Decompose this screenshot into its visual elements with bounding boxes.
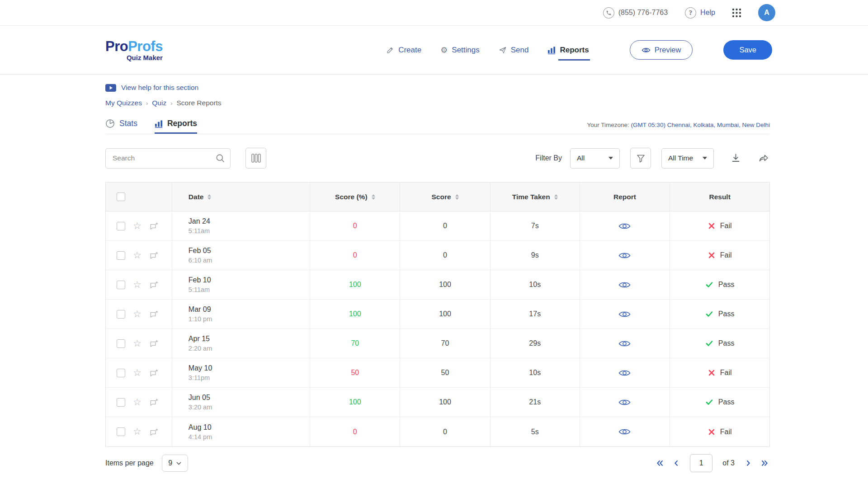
section-help-link[interactable]: View help for this section: [105, 84, 770, 92]
page-number-input[interactable]: [690, 454, 712, 472]
sort-icon[interactable]: [372, 194, 375, 200]
search-box: [105, 148, 231, 169]
preview-button[interactable]: Preview: [630, 40, 693, 60]
view-report-eye-icon[interactable]: [618, 281, 631, 289]
score-cell: 0: [400, 417, 491, 446]
date-value: Jun 05: [189, 394, 210, 402]
filter-select-value: All: [577, 154, 585, 162]
view-report-eye-icon[interactable]: [618, 339, 631, 348]
time-taken-cell: 9s: [491, 241, 580, 270]
score-pct-value: 0: [353, 251, 357, 259]
add-comment-icon[interactable]: [149, 310, 159, 318]
star-icon[interactable]: ☆: [133, 398, 142, 407]
save-button[interactable]: Save: [723, 40, 772, 60]
star-icon[interactable]: ☆: [133, 339, 142, 348]
nav-create[interactable]: Create: [386, 46, 421, 55]
star-icon[interactable]: ☆: [133, 427, 142, 436]
score-pct-value: 70: [351, 339, 359, 347]
paper-plane-icon: [499, 46, 507, 54]
column-header-report: Report: [580, 183, 670, 211]
star-icon[interactable]: ☆: [133, 251, 142, 260]
search-input[interactable]: [105, 148, 231, 169]
timezone: Your Timezone: (GMT 05:30) Chennai, Kolk…: [587, 122, 770, 134]
items-per-page-select[interactable]: 9: [162, 455, 188, 472]
star-icon[interactable]: ☆: [133, 280, 142, 290]
download-button[interactable]: [730, 153, 741, 164]
nav-send[interactable]: Send: [499, 46, 529, 55]
proprofs-logo[interactable]: ProProfs Quiz Maker: [105, 39, 163, 61]
tab-reports[interactable]: Reports: [155, 119, 197, 134]
breadcrumb-separator: ›: [146, 100, 148, 107]
column-settings-button[interactable]: [245, 148, 266, 169]
filter-button[interactable]: [630, 148, 651, 169]
column-header-time-taken[interactable]: Time Taken: [491, 183, 580, 211]
prev-page-button[interactable]: [672, 459, 680, 468]
tabs: Stats Reports: [105, 119, 197, 134]
add-comment-icon[interactable]: [149, 428, 159, 436]
table-row: ☆May 103:11pm505010sFail: [106, 358, 769, 388]
view-report-eye-icon[interactable]: [618, 251, 631, 260]
column-label: Date: [189, 193, 204, 201]
row-checkbox[interactable]: [117, 310, 125, 319]
score-pct-value: 0: [353, 222, 357, 230]
add-comment-icon[interactable]: [149, 281, 159, 289]
first-page-button[interactable]: [655, 459, 665, 468]
time-range-select[interactable]: All Time: [661, 148, 714, 169]
tab-stats[interactable]: Stats: [105, 119, 137, 134]
result-cell: Pass: [670, 329, 769, 358]
date-value: Aug 10: [189, 423, 212, 432]
view-report-eye-icon[interactable]: [618, 398, 631, 407]
content: View help for this section My Quizzes › …: [105, 84, 770, 479]
add-comment-icon[interactable]: [149, 251, 159, 259]
add-comment-icon[interactable]: [149, 369, 159, 377]
row-checkbox[interactable]: [117, 427, 125, 436]
nav-reports[interactable]: Reports: [547, 46, 589, 55]
select-all-checkbox[interactable]: [117, 192, 125, 201]
row-checkbox[interactable]: [117, 339, 125, 348]
row-checkbox[interactable]: [117, 251, 125, 260]
star-icon[interactable]: ☆: [133, 368, 142, 378]
timezone-link[interactable]: (GMT 05:30) Chennai, Kolkata, Mumbai, Ne…: [631, 122, 770, 128]
view-report-eye-icon[interactable]: [618, 427, 631, 436]
column-header-date[interactable]: Date: [172, 183, 311, 211]
view-report-eye-icon[interactable]: [618, 222, 631, 230]
column-header-score-pct[interactable]: Score (%): [310, 183, 400, 211]
row-checkbox[interactable]: [117, 281, 125, 289]
row-checkbox[interactable]: [117, 222, 125, 230]
view-report-eye-icon[interactable]: [618, 310, 631, 319]
view-report-eye-icon[interactable]: [618, 369, 631, 377]
header-select-cell: [106, 183, 172, 211]
avatar[interactable]: A: [758, 4, 775, 21]
share-button[interactable]: [758, 153, 770, 163]
time-taken-value: 5s: [531, 428, 539, 436]
row-checkbox[interactable]: [117, 398, 125, 407]
star-icon[interactable]: ☆: [133, 221, 142, 231]
filter-select[interactable]: All: [570, 148, 620, 169]
pass-check-icon: [705, 310, 713, 318]
last-page-button[interactable]: [760, 459, 770, 468]
sort-icon[interactable]: [455, 194, 459, 200]
row-checkbox[interactable]: [117, 369, 125, 377]
report-cell: [580, 358, 670, 387]
add-comment-icon[interactable]: [149, 339, 159, 347]
help-menu[interactable]: ? Help: [685, 7, 715, 19]
next-page-button[interactable]: [745, 459, 752, 468]
sort-icon[interactable]: [554, 194, 558, 200]
date-cell: Mar 091:10 pm: [172, 300, 311, 328]
logo-subtitle: Quiz Maker: [105, 54, 163, 61]
time-taken-value: 21s: [529, 398, 541, 406]
phone-contact[interactable]: (855) 776-7763: [603, 7, 668, 19]
add-comment-icon[interactable]: [149, 398, 159, 406]
apps-grid-button[interactable]: [732, 9, 741, 17]
time-taken-value: 10s: [529, 369, 541, 377]
result-label: Pass: [718, 281, 735, 289]
breadcrumb-separator: ›: [170, 100, 172, 107]
star-icon[interactable]: ☆: [133, 310, 142, 319]
sort-icon[interactable]: [208, 194, 211, 200]
breadcrumb-my-quizzes[interactable]: My Quizzes: [105, 99, 142, 107]
breadcrumb-quiz[interactable]: Quiz: [152, 99, 166, 107]
nav-settings[interactable]: ⚙ Settings: [440, 45, 480, 55]
add-comment-icon[interactable]: [149, 222, 159, 230]
result-label: Fail: [720, 251, 732, 259]
column-header-score[interactable]: Score: [400, 183, 491, 211]
